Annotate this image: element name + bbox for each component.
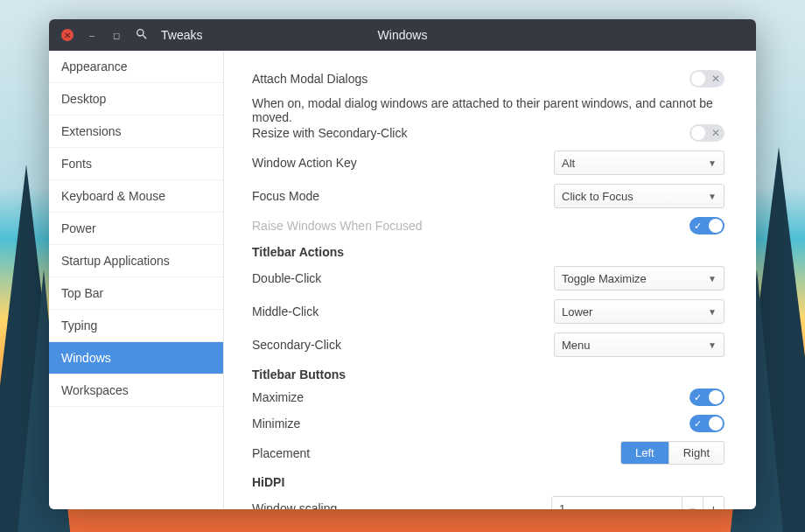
titlebar-buttons-heading: Titlebar Buttons — [252, 368, 724, 382]
double-click-dropdown[interactable]: Toggle Maximize ▼ — [554, 266, 724, 290]
sidebar-item-typing[interactable]: Typing — [49, 310, 223, 342]
sidebar-item-power[interactable]: Power — [49, 213, 223, 245]
content-panel: Attach Modal Dialogs ✕ When on, modal di… — [224, 51, 756, 509]
placement-segmented: Left Right — [620, 441, 724, 465]
maximize-label: Maximize — [252, 390, 679, 404]
close-icon[interactable]: ✕ — [61, 29, 74, 41]
hidpi-heading: HiDPI — [252, 475, 724, 489]
caret-down-icon: ▼ — [708, 158, 717, 168]
focus-mode-label: Focus Mode — [252, 189, 543, 203]
middle-click-value: Lower — [562, 305, 592, 318]
window-scaling-decrement[interactable]: − — [682, 496, 704, 509]
minimize-label: Minimize — [252, 416, 679, 430]
attach-modal-toggle[interactable]: ✕ — [690, 70, 724, 88]
placement-right-button[interactable]: Right — [668, 442, 724, 464]
placement-label: Placement — [252, 446, 610, 460]
app-name: Tweaks — [161, 28, 202, 42]
maximize-toggle[interactable]: ✓ — [690, 388, 724, 406]
attach-modal-description: When on, modal dialog windows are attach… — [252, 96, 724, 124]
secondary-click-dropdown[interactable]: Menu ▼ — [554, 332, 724, 357]
window-scaling-increment[interactable]: + — [704, 496, 724, 509]
sidebar-item-workspaces[interactable]: Workspaces — [49, 374, 223, 407]
sidebar-item-extensions[interactable]: Extensions — [49, 116, 223, 148]
sidebar-item-startup-applications[interactable]: Startup Applications — [49, 245, 223, 277]
placement-left-button[interactable]: Left — [621, 442, 668, 464]
middle-click-dropdown[interactable]: Lower ▼ — [554, 299, 724, 324]
window-scaling-stepper: − + — [551, 496, 724, 509]
attach-modal-label: Attach Modal Dialogs — [252, 72, 679, 86]
sidebar-item-desktop[interactable]: Desktop — [49, 83, 223, 116]
search-icon[interactable] — [135, 27, 149, 44]
window-scaling-input[interactable] — [551, 496, 682, 509]
action-key-label: Window Action Key — [252, 156, 543, 170]
middle-click-label: Middle-Click — [252, 304, 543, 318]
double-click-value: Toggle Maximize — [562, 272, 647, 285]
sidebar-item-fonts[interactable]: Fonts — [49, 148, 223, 180]
resize-secondary-toggle[interactable]: ✕ — [690, 124, 724, 142]
resize-secondary-label: Resize with Secondary-Click — [252, 126, 679, 140]
sidebar-item-windows[interactable]: Windows — [49, 342, 223, 374]
minimize-toggle[interactable]: ✓ — [690, 415, 724, 432]
secondary-click-value: Menu — [562, 339, 591, 352]
action-key-value: Alt — [562, 157, 575, 170]
focus-mode-value: Click to Focus — [562, 190, 634, 203]
double-click-label: Double-Click — [252, 271, 543, 285]
focus-mode-dropdown[interactable]: Click to Focus ▼ — [554, 184, 724, 208]
maximize-icon[interactable]: ◻ — [110, 29, 122, 41]
caret-down-icon: ▼ — [708, 192, 717, 201]
secondary-click-label: Secondary-Click — [252, 338, 543, 352]
raise-focused-label: Raise Windows When Focused — [252, 219, 679, 233]
caret-down-icon: ▼ — [708, 340, 717, 350]
caret-down-icon: ▼ — [708, 274, 717, 284]
sidebar-item-keyboard-mouse[interactable]: Keyboard & Mouse — [49, 180, 223, 213]
titlebar-actions-heading: Titlebar Actions — [252, 245, 724, 259]
titlebar: ✕ – ◻ Tweaks Windows — [49, 19, 756, 51]
caret-down-icon: ▼ — [708, 307, 717, 317]
sidebar-item-appearance[interactable]: Appearance — [49, 51, 223, 83]
minimize-icon[interactable]: – — [86, 29, 98, 41]
window-scaling-label: Window scaling — [252, 501, 541, 509]
tweaks-window: ✕ – ◻ Tweaks Windows Appearance Desktop … — [49, 19, 756, 509]
sidebar: Appearance Desktop Extensions Fonts Keyb… — [49, 51, 224, 509]
raise-focused-toggle[interactable]: ✓ — [690, 217, 724, 234]
sidebar-item-top-bar[interactable]: Top Bar — [49, 277, 223, 310]
action-key-dropdown[interactable]: Alt ▼ — [554, 150, 724, 175]
